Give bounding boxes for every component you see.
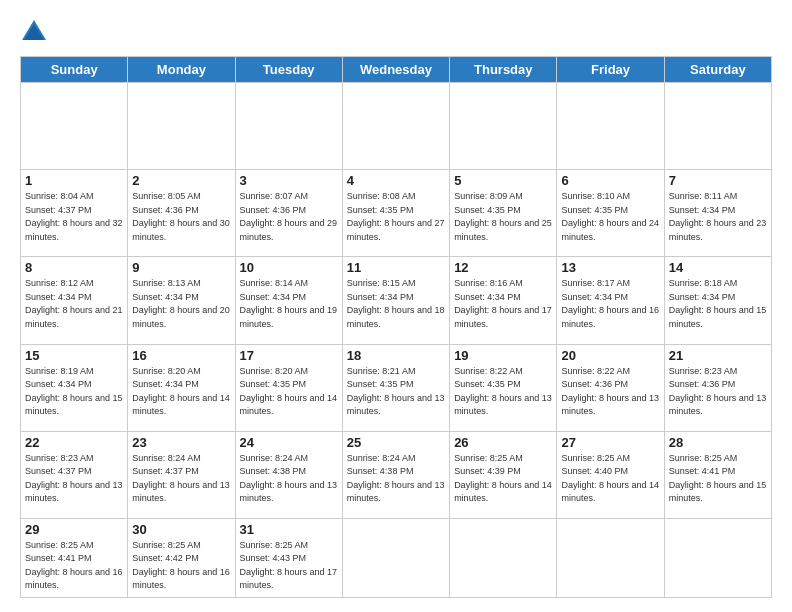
logo-icon	[20, 18, 48, 46]
weekday-header-tuesday: Tuesday	[235, 57, 342, 83]
day-number: 30	[132, 522, 230, 537]
calendar-cell	[557, 518, 664, 597]
day-info: Sunrise: 8:17 AMSunset: 4:34 PMDaylight:…	[561, 277, 659, 331]
weekday-header-sunday: Sunday	[21, 57, 128, 83]
day-info: Sunrise: 8:15 AMSunset: 4:34 PMDaylight:…	[347, 277, 445, 331]
calendar-cell	[664, 83, 771, 170]
calendar-cell: 3Sunrise: 8:07 AMSunset: 4:36 PMDaylight…	[235, 170, 342, 257]
day-number: 7	[669, 173, 767, 188]
day-number: 17	[240, 348, 338, 363]
day-info: Sunrise: 8:22 AMSunset: 4:36 PMDaylight:…	[561, 365, 659, 419]
calendar-cell: 31Sunrise: 8:25 AMSunset: 4:43 PMDayligh…	[235, 518, 342, 597]
calendar-cell: 21Sunrise: 8:23 AMSunset: 4:36 PMDayligh…	[664, 344, 771, 431]
day-info: Sunrise: 8:10 AMSunset: 4:35 PMDaylight:…	[561, 190, 659, 244]
day-info: Sunrise: 8:25 AMSunset: 4:40 PMDaylight:…	[561, 452, 659, 506]
calendar-cell: 30Sunrise: 8:25 AMSunset: 4:42 PMDayligh…	[128, 518, 235, 597]
day-number: 28	[669, 435, 767, 450]
day-info: Sunrise: 8:07 AMSunset: 4:36 PMDaylight:…	[240, 190, 338, 244]
day-number: 18	[347, 348, 445, 363]
day-info: Sunrise: 8:20 AMSunset: 4:34 PMDaylight:…	[132, 365, 230, 419]
day-info: Sunrise: 8:08 AMSunset: 4:35 PMDaylight:…	[347, 190, 445, 244]
calendar-cell: 23Sunrise: 8:24 AMSunset: 4:37 PMDayligh…	[128, 431, 235, 518]
day-number: 5	[454, 173, 552, 188]
calendar-cell: 5Sunrise: 8:09 AMSunset: 4:35 PMDaylight…	[450, 170, 557, 257]
day-number: 31	[240, 522, 338, 537]
day-info: Sunrise: 8:24 AMSunset: 4:37 PMDaylight:…	[132, 452, 230, 506]
calendar-cell	[21, 83, 128, 170]
day-info: Sunrise: 8:25 AMSunset: 4:43 PMDaylight:…	[240, 539, 338, 593]
calendar-cell: 29Sunrise: 8:25 AMSunset: 4:41 PMDayligh…	[21, 518, 128, 597]
day-number: 19	[454, 348, 552, 363]
day-number: 12	[454, 260, 552, 275]
day-number: 27	[561, 435, 659, 450]
day-number: 29	[25, 522, 123, 537]
day-info: Sunrise: 8:25 AMSunset: 4:42 PMDaylight:…	[132, 539, 230, 593]
calendar-cell: 7Sunrise: 8:11 AMSunset: 4:34 PMDaylight…	[664, 170, 771, 257]
day-info: Sunrise: 8:20 AMSunset: 4:35 PMDaylight:…	[240, 365, 338, 419]
weekday-header-saturday: Saturday	[664, 57, 771, 83]
day-info: Sunrise: 8:16 AMSunset: 4:34 PMDaylight:…	[454, 277, 552, 331]
calendar-cell	[342, 83, 449, 170]
day-number: 4	[347, 173, 445, 188]
weekday-header-monday: Monday	[128, 57, 235, 83]
calendar-cell	[664, 518, 771, 597]
day-number: 26	[454, 435, 552, 450]
day-number: 25	[347, 435, 445, 450]
calendar-cell	[557, 83, 664, 170]
calendar-cell: 8Sunrise: 8:12 AMSunset: 4:34 PMDaylight…	[21, 257, 128, 344]
calendar-cell: 9Sunrise: 8:13 AMSunset: 4:34 PMDaylight…	[128, 257, 235, 344]
calendar-cell: 18Sunrise: 8:21 AMSunset: 4:35 PMDayligh…	[342, 344, 449, 431]
weekday-header-wednesday: Wednesday	[342, 57, 449, 83]
calendar-cell: 1Sunrise: 8:04 AMSunset: 4:37 PMDaylight…	[21, 170, 128, 257]
day-info: Sunrise: 8:21 AMSunset: 4:35 PMDaylight:…	[347, 365, 445, 419]
calendar-cell	[450, 83, 557, 170]
weekday-header-thursday: Thursday	[450, 57, 557, 83]
day-number: 21	[669, 348, 767, 363]
day-info: Sunrise: 8:25 AMSunset: 4:39 PMDaylight:…	[454, 452, 552, 506]
day-number: 8	[25, 260, 123, 275]
day-info: Sunrise: 8:24 AMSunset: 4:38 PMDaylight:…	[347, 452, 445, 506]
logo	[20, 18, 52, 46]
calendar-cell: 25Sunrise: 8:24 AMSunset: 4:38 PMDayligh…	[342, 431, 449, 518]
calendar-cell: 28Sunrise: 8:25 AMSunset: 4:41 PMDayligh…	[664, 431, 771, 518]
calendar-cell: 4Sunrise: 8:08 AMSunset: 4:35 PMDaylight…	[342, 170, 449, 257]
day-number: 2	[132, 173, 230, 188]
day-info: Sunrise: 8:13 AMSunset: 4:34 PMDaylight:…	[132, 277, 230, 331]
day-number: 6	[561, 173, 659, 188]
page: SundayMondayTuesdayWednesdayThursdayFrid…	[0, 0, 792, 612]
day-number: 10	[240, 260, 338, 275]
calendar-cell	[235, 83, 342, 170]
calendar-cell	[342, 518, 449, 597]
day-info: Sunrise: 8:24 AMSunset: 4:38 PMDaylight:…	[240, 452, 338, 506]
calendar-cell	[450, 518, 557, 597]
calendar-cell	[128, 83, 235, 170]
day-number: 1	[25, 173, 123, 188]
day-number: 9	[132, 260, 230, 275]
calendar-cell: 10Sunrise: 8:14 AMSunset: 4:34 PMDayligh…	[235, 257, 342, 344]
day-info: Sunrise: 8:11 AMSunset: 4:34 PMDaylight:…	[669, 190, 767, 244]
day-info: Sunrise: 8:04 AMSunset: 4:37 PMDaylight:…	[25, 190, 123, 244]
day-info: Sunrise: 8:18 AMSunset: 4:34 PMDaylight:…	[669, 277, 767, 331]
calendar-cell: 19Sunrise: 8:22 AMSunset: 4:35 PMDayligh…	[450, 344, 557, 431]
calendar-cell: 27Sunrise: 8:25 AMSunset: 4:40 PMDayligh…	[557, 431, 664, 518]
calendar-cell: 24Sunrise: 8:24 AMSunset: 4:38 PMDayligh…	[235, 431, 342, 518]
day-info: Sunrise: 8:25 AMSunset: 4:41 PMDaylight:…	[669, 452, 767, 506]
day-number: 24	[240, 435, 338, 450]
calendar-cell: 26Sunrise: 8:25 AMSunset: 4:39 PMDayligh…	[450, 431, 557, 518]
day-number: 22	[25, 435, 123, 450]
day-info: Sunrise: 8:23 AMSunset: 4:37 PMDaylight:…	[25, 452, 123, 506]
day-number: 20	[561, 348, 659, 363]
calendar-cell: 6Sunrise: 8:10 AMSunset: 4:35 PMDaylight…	[557, 170, 664, 257]
calendar-cell: 17Sunrise: 8:20 AMSunset: 4:35 PMDayligh…	[235, 344, 342, 431]
calendar-cell: 13Sunrise: 8:17 AMSunset: 4:34 PMDayligh…	[557, 257, 664, 344]
day-number: 3	[240, 173, 338, 188]
calendar-cell: 15Sunrise: 8:19 AMSunset: 4:34 PMDayligh…	[21, 344, 128, 431]
calendar: SundayMondayTuesdayWednesdayThursdayFrid…	[20, 56, 772, 598]
weekday-header-friday: Friday	[557, 57, 664, 83]
day-info: Sunrise: 8:12 AMSunset: 4:34 PMDaylight:…	[25, 277, 123, 331]
calendar-cell: 16Sunrise: 8:20 AMSunset: 4:34 PMDayligh…	[128, 344, 235, 431]
day-info: Sunrise: 8:09 AMSunset: 4:35 PMDaylight:…	[454, 190, 552, 244]
day-number: 16	[132, 348, 230, 363]
calendar-cell: 11Sunrise: 8:15 AMSunset: 4:34 PMDayligh…	[342, 257, 449, 344]
day-number: 15	[25, 348, 123, 363]
